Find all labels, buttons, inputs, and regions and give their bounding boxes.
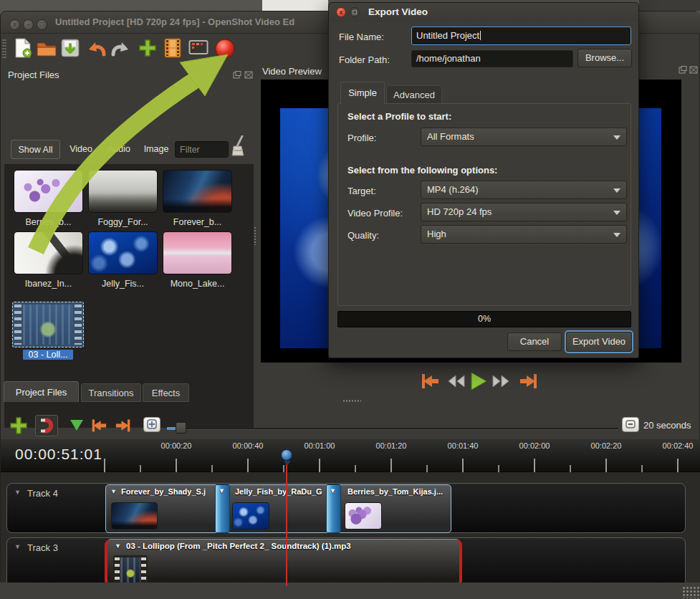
playhead-line [286,462,287,586]
play-button[interactable] [469,371,488,391]
file-label[interactable]: Foggy_For... [88,217,158,227]
clear-filter-broom-icon[interactable] [231,135,246,158]
clip-forever[interactable]: ▼ Forever_by_Shady_S.j [105,484,224,533]
file-thumbnail-foggy-forest[interactable] [88,170,158,213]
timeline-ruler[interactable]: 00:00:51:01 00:00:20 00:00:40 00:01:00 0… [1,439,700,472]
undo-button[interactable] [87,40,107,60]
new-project-button[interactable] [14,38,32,61]
tab-effects[interactable]: Effects [143,383,189,402]
window-maximize-button[interactable]: □ [37,19,47,30]
export-video-dialog: x Export Video File Name: Untitled Proje… [328,2,639,358]
file-thumbnail-mono-lake[interactable] [163,231,232,274]
quality-dropdown[interactable]: High [421,225,627,244]
close-panel-icon[interactable] [244,71,253,79]
toolbar-grip-handle[interactable] [2,39,6,59]
target-dropdown[interactable]: MP4 (h.264) [421,181,627,199]
preview-splitter-handle[interactable] [342,400,361,402]
dialog-title: Export Video [368,6,428,17]
clip-thumbnail [111,502,158,529]
browse-button[interactable]: Browse... [577,49,632,67]
file-label[interactable]: Forever_b... [163,217,232,227]
album-art [120,557,140,583]
playhead-time-display: 00:00:51:01 [15,446,102,463]
zoom-slider-handle[interactable] [176,422,186,433]
filter-image-button[interactable]: Image [140,140,173,159]
file-label[interactable]: Ibanez_In... [14,279,83,289]
clip-lollipop-audio[interactable]: ▼ 03 - Lollipop (From _Pitch Perfect 2_ … [105,539,462,587]
tab-simple[interactable]: Simple [340,82,385,104]
redo-button[interactable] [110,40,130,60]
float-panel-icon[interactable] [233,71,241,79]
track-menu-chevron-icon[interactable]: ▼ [14,489,21,496]
file-thumbnail-forever[interactable] [163,170,232,213]
file-label[interactable]: Berries_b... [14,217,83,227]
tab-transitions[interactable]: Transitions [81,383,141,402]
folder-path-label: Folder Path: [339,54,390,65]
timeline-area: 00:00:51:01 00:00:20 00:00:40 00:01:00 0… [1,439,700,583]
snapping-toggle-button[interactable] [35,415,58,436]
clip-jellyfish[interactable]: Jelly_Fish_by_RaDu_G [224,484,335,533]
zoom-out-button[interactable] [622,417,639,432]
file-label[interactable]: Mono_Lake... [163,279,232,289]
filter-show-all-button[interactable]: Show All [11,140,60,159]
file-thumbnail-jellyfish[interactable] [88,231,158,274]
close-panel-icon[interactable] [689,66,698,74]
file-thumbnail-berries[interactable] [14,170,83,213]
previous-marker-button[interactable] [90,418,108,433]
choose-profile-button[interactable] [164,38,181,61]
file-thumbnail-lollipop-audio[interactable] [13,302,83,347]
window-close-button[interactable]: x [9,19,20,30]
film-sprockets [141,557,146,583]
tab-project-files[interactable]: Project Files [4,381,79,402]
transition-marker[interactable]: ▼ [326,484,341,533]
video-preview-panel-title: Video Preview [262,66,322,77]
open-project-button[interactable] [37,40,57,60]
filter-input[interactable] [175,141,229,158]
save-project-button[interactable] [61,39,80,60]
profile-label: Profile: [347,133,376,143]
new-document-icon [14,38,32,58]
playhead-marker[interactable] [281,449,292,461]
window-resize-grip[interactable] [682,586,699,598]
add-marker-button[interactable] [70,420,83,431]
export-video-button[interactable] [214,38,236,62]
center-on-playhead-button[interactable] [143,417,160,432]
float-panel-icon[interactable] [679,66,687,74]
clip-menu-chevron-icon[interactable]: ▼ [115,542,121,550]
rewind-button[interactable] [447,374,466,388]
clip-menu-chevron-icon[interactable]: ▼ [110,488,117,495]
folder-path-input[interactable]: /home/jonathan [411,50,573,67]
cancel-button[interactable]: Cancel [507,332,562,351]
fullscreen-button[interactable] [188,39,208,59]
zoom-slider-track[interactable] [167,428,618,429]
dialog-close-button[interactable]: x [336,7,346,17]
file-thumbnail-ibanez-guitar[interactable] [14,231,83,274]
next-marker-button[interactable] [114,418,133,433]
fast-forward-button[interactable] [492,374,510,388]
video-profile-dropdown[interactable]: HD 720p 24 fps [421,203,627,221]
import-files-button[interactable] [138,39,157,60]
jump-to-end-button[interactable] [519,372,539,390]
add-track-button[interactable] [9,416,28,435]
ruler-tick-label: 00:02:20 [591,441,622,450]
file-label-selected[interactable]: 03 - Loll... [23,350,73,360]
plus-icon [138,39,157,57]
clip-berries[interactable]: Berries_by_Tom_Kijas.j... [335,484,451,533]
dialog-maximize-button[interactable] [350,7,360,17]
profile-value: All Formats [427,131,474,142]
filter-video-button[interactable]: Video [65,140,97,159]
window-minimize-button[interactable]: – [23,19,34,30]
file-name-input[interactable]: Untitled Project [411,27,631,45]
track-menu-chevron-icon[interactable]: ▼ [14,543,21,550]
jump-to-start-button[interactable] [420,372,440,390]
export-video-confirm-button[interactable]: Export Video [566,332,632,352]
tab-advanced[interactable]: Advanced [386,85,442,104]
ruler-tick-label: 00:02:00 [519,441,550,450]
panel-splitter-handle[interactable] [254,226,257,245]
transition-marker[interactable]: ▼ [215,484,230,533]
zoom-scale-label: 20 seconds [643,420,691,431]
profile-dropdown[interactable]: All Formats [421,128,627,146]
selection-overlay [12,302,84,348]
filter-audio-button[interactable]: Audio [102,140,135,159]
file-label[interactable]: Jelly_Fis... [88,279,158,289]
